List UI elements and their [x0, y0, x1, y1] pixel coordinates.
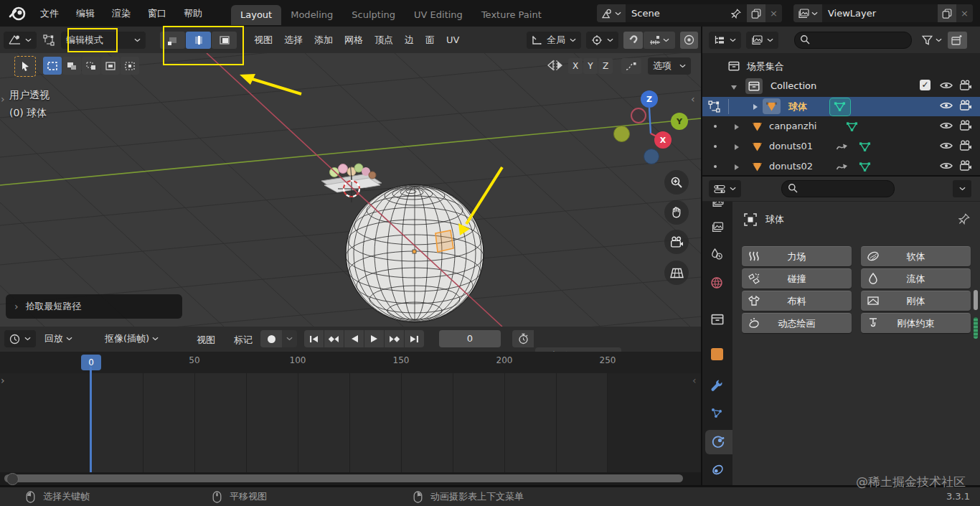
- select-box-invert-button[interactable]: [101, 57, 120, 75]
- operator-expand-arrow[interactable]: ›: [14, 301, 19, 312]
- tab-scene-icon[interactable]: [710, 248, 723, 261]
- timeline-ruler[interactable]: 50 100 150 200 250 0: [0, 352, 701, 373]
- timeline-tracks[interactable]: › ‹: [0, 373, 701, 472]
- scrollbar-knob[interactable]: [6, 473, 19, 485]
- properties-search-input[interactable]: [781, 180, 895, 197]
- options-dropdown[interactable]: 选项: [648, 57, 691, 75]
- select-box-new-button[interactable]: [43, 57, 62, 75]
- gizmo-y-axis[interactable]: Y: [671, 113, 688, 130]
- proportional-editing-toggle[interactable]: [680, 32, 698, 49]
- viewport-3d[interactable]: X Y Z 选项 › 用户透视 (0) 球体 ‹ › 拾取最短路径 Z Y X: [0, 53, 702, 327]
- select-box-intersect-button[interactable]: [121, 57, 139, 75]
- active-tool-tweak-button[interactable]: [14, 56, 36, 77]
- menu-face[interactable]: 面: [420, 34, 440, 47]
- transform-orientation-dropdown[interactable]: 全局: [527, 32, 581, 49]
- outliner-row-collection[interactable]: Collection ✓: [702, 77, 980, 96]
- prev-keyframe-button[interactable]: [324, 330, 344, 347]
- outliner-row-sphere[interactable]: 球体: [702, 97, 980, 116]
- tab-uv-editing[interactable]: UV Editing: [405, 5, 472, 25]
- tab-layout[interactable]: Layout: [231, 5, 281, 25]
- mirror-y-button[interactable]: Y: [583, 58, 598, 74]
- menu-select[interactable]: 选择: [278, 34, 308, 47]
- playhead-line[interactable]: [90, 367, 92, 472]
- auto-key-options-dropdown[interactable]: [282, 330, 297, 347]
- expand-caret-icon[interactable]: [753, 103, 758, 111]
- outliner-filter-dropdown[interactable]: [922, 35, 942, 45]
- expand-caret-icon[interactable]: [734, 144, 740, 151]
- expand-caret-icon[interactable]: [730, 85, 738, 90]
- menu-add[interactable]: 添加: [308, 34, 339, 47]
- falloff-curve-button[interactable]: [621, 58, 641, 74]
- gizmo-x-axis[interactable]: X: [654, 131, 672, 149]
- hide-eye-icon[interactable]: [940, 161, 953, 170]
- mode-dropdown[interactable]: 编辑模式: [61, 32, 146, 49]
- menu-view[interactable]: 视图: [248, 34, 278, 47]
- gizmo-z-negative[interactable]: [644, 149, 659, 164]
- viewlayer-browse-button[interactable]: [793, 4, 822, 22]
- render-camera-icon[interactable]: [959, 160, 972, 171]
- tab-world-icon[interactable]: [710, 276, 723, 289]
- snap-target-dropdown[interactable]: [586, 32, 618, 49]
- render-camera-icon[interactable]: [959, 140, 972, 151]
- tab-constraints-icon[interactable]: [711, 463, 725, 477]
- hide-eye-icon[interactable]: [940, 121, 953, 130]
- gizmo-y-negative[interactable]: [613, 126, 630, 142]
- menu-edge[interactable]: 边: [399, 34, 420, 47]
- select-mode-edge-button[interactable]: [186, 32, 211, 49]
- menu-uv[interactable]: UV: [440, 34, 465, 45]
- gizmo-z-axis[interactable]: Z: [641, 90, 658, 108]
- toolbar-expand-arrow[interactable]: ›: [1, 93, 5, 105]
- properties-editor-type-button[interactable]: [709, 180, 741, 197]
- auto-key-record-button[interactable]: [260, 330, 282, 347]
- expand-caret-icon[interactable]: [734, 164, 740, 171]
- rigid-body-constraint-button[interactable]: 刚体约束: [861, 313, 971, 333]
- select-box-subtract-button[interactable]: [82, 57, 100, 75]
- dynamic-paint-button[interactable]: 动态绘画: [742, 313, 852, 333]
- properties-options-dropdown[interactable]: [953, 180, 971, 197]
- outliner-row-donuts01[interactable]: donuts01: [702, 137, 980, 156]
- outliner-row-canpanzhi[interactable]: canpanzhi: [702, 117, 980, 136]
- pin-icon[interactable]: [958, 213, 970, 225]
- playback-menu[interactable]: 回放: [44, 330, 72, 347]
- menu-edit[interactable]: 编辑: [67, 7, 103, 20]
- timeline-expand-arrow-right[interactable]: ‹: [692, 375, 697, 386]
- keying-menu[interactable]: 抠像(插帧): [105, 330, 159, 347]
- next-keyframe-button[interactable]: [385, 330, 404, 347]
- tab-sculpting[interactable]: Sculpting: [342, 5, 405, 25]
- render-camera-icon[interactable]: [959, 120, 972, 131]
- play-button[interactable]: [364, 330, 384, 347]
- camera-view-button[interactable]: [664, 230, 689, 254]
- viewlayer-remove-button[interactable]: ×: [956, 4, 973, 22]
- collision-button[interactable]: 碰撞: [742, 268, 852, 289]
- hide-eye-icon[interactable]: [940, 101, 953, 110]
- render-camera-icon[interactable]: [959, 100, 972, 111]
- menu-help[interactable]: 帮助: [175, 7, 211, 20]
- gizmo-x-negative[interactable]: [631, 108, 646, 123]
- pin-icon[interactable]: [731, 9, 741, 19]
- expand-caret-icon[interactable]: [734, 123, 740, 131]
- select-box-extend-button[interactable]: [62, 57, 81, 75]
- tab-modeling[interactable]: Modeling: [281, 5, 342, 25]
- menu-file[interactable]: 文件: [32, 7, 67, 20]
- timeline-view-menu[interactable]: 视图: [191, 334, 221, 347]
- scene-unlink-button[interactable]: ×: [765, 4, 782, 22]
- render-camera-icon[interactable]: [959, 80, 972, 90]
- timeline-expand-arrow-left[interactable]: ›: [1, 375, 5, 386]
- new-collection-button[interactable]: [948, 32, 967, 49]
- mirror-x-button[interactable]: X: [568, 58, 583, 74]
- use-preview-range-button[interactable]: [512, 330, 534, 347]
- tab-collection-icon[interactable]: [711, 314, 724, 325]
- play-reverse-button[interactable]: [344, 330, 364, 347]
- selected-face[interactable]: [435, 230, 453, 252]
- editor-type-3d-viewport-button[interactable]: [4, 32, 37, 49]
- select-mode-face-button[interactable]: [212, 32, 237, 49]
- mirror-z-button[interactable]: Z: [598, 58, 613, 74]
- tab-physics-icon[interactable]: [711, 435, 725, 449]
- viewlayer-name-field[interactable]: ViewLayer: [822, 4, 938, 22]
- fluid-button[interactable]: 流体: [861, 268, 971, 289]
- timeline-scrollbar-thumb[interactable]: [4, 474, 683, 482]
- current-frame-field[interactable]: 0: [439, 330, 501, 347]
- zoom-button[interactable]: [664, 170, 689, 195]
- blender-logo-icon[interactable]: [9, 4, 27, 22]
- cloth-button[interactable]: 布料: [742, 291, 852, 311]
